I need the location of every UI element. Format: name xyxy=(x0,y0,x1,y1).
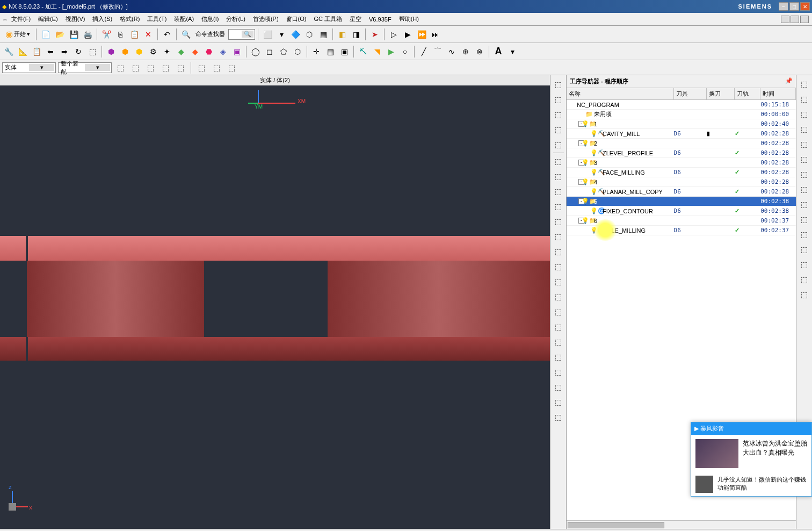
sel3-icon[interactable]: ⬚ xyxy=(144,61,157,74)
t1-icon[interactable]: 🔧 xyxy=(2,45,15,58)
t3-icon[interactable]: 📋 xyxy=(30,45,43,58)
col-change[interactable]: 换刀 xyxy=(707,88,735,99)
shade-icon[interactable]: 🔷 xyxy=(289,28,302,41)
rt5-icon[interactable]: ⬚ xyxy=(798,138,811,150)
menu-view[interactable]: 视图(V) xyxy=(62,14,89,24)
shape2-icon[interactable]: ◻ xyxy=(263,45,276,58)
arc-icon[interactable]: ⌒ xyxy=(431,45,444,58)
t6-icon[interactable]: ↻ xyxy=(72,45,85,58)
nav-row[interactable]: 💡⛏️PLANAR_MILL_COPYD6✓00:02:28 xyxy=(567,187,796,197)
nav-row[interactable]: 📁未用项00:00:00 xyxy=(567,110,796,119)
shape1-icon[interactable]: ◯ xyxy=(249,45,262,58)
vtb2-icon[interactable]: ⬚ xyxy=(552,92,565,106)
command-finder-input[interactable]: 🔍 xyxy=(228,29,255,40)
rt7-icon[interactable]: ⬚ xyxy=(798,168,811,181)
vtb16-icon[interactable]: ⬚ xyxy=(552,305,565,319)
ad-image[interactable] xyxy=(695,439,738,468)
geom7-icon[interactable]: ◆ xyxy=(189,45,201,58)
more-icon[interactable]: ▾ xyxy=(506,45,519,58)
col-path[interactable]: 刀轨 xyxy=(735,88,760,99)
geom2-icon[interactable]: ⬢ xyxy=(119,45,132,58)
close-button[interactable]: ✕ xyxy=(800,2,810,11)
op2-icon[interactable]: ▶ xyxy=(401,28,414,41)
nav-row[interactable]: -💡📁100:02:40 xyxy=(567,119,796,129)
copy-icon[interactable]: ⎘ xyxy=(114,28,127,41)
col-time[interactable]: 时间 xyxy=(760,88,796,99)
minimize-button[interactable]: − xyxy=(779,2,788,11)
t7-icon[interactable]: ⬚ xyxy=(86,45,99,58)
vtb19-icon[interactable]: ⬚ xyxy=(552,350,565,364)
menu-star[interactable]: 星空 xyxy=(346,14,365,24)
vtb4-icon[interactable]: ⬚ xyxy=(552,123,565,137)
start-button[interactable]: ◉ 开始 ▾ xyxy=(2,28,33,40)
menu-tools[interactable]: 工具(T) xyxy=(144,14,170,24)
geom5-icon[interactable]: ✦ xyxy=(161,45,173,58)
rt14-icon[interactable]: ⬚ xyxy=(798,273,811,286)
nav-row[interactable]: 💡⛏️ZLEVEL_PROFILED6✓00:02:28 xyxy=(567,148,796,158)
rt2-icon[interactable]: ⬚ xyxy=(798,92,811,105)
vtb23-icon[interactable]: ⬚ xyxy=(552,410,565,424)
maximize-button[interactable]: □ xyxy=(789,2,799,11)
nav-row[interactable]: 💡🔘HOLE_MILLINGD6✓00:02:37 xyxy=(567,226,796,235)
meas2-icon[interactable]: ⊗ xyxy=(473,45,486,58)
layer-icon[interactable]: ◧ xyxy=(336,28,349,41)
menu-insert[interactable]: 插入(S) xyxy=(89,14,115,24)
nav-row[interactable]: 💡⛏️FACE_MILLINGD6✓00:02:28 xyxy=(567,168,796,177)
sel6-icon[interactable]: ⬚ xyxy=(195,61,208,74)
mdi-close-button[interactable] xyxy=(800,16,809,23)
rt13-icon[interactable]: ⬚ xyxy=(798,258,811,271)
geom4-icon[interactable]: ⚙ xyxy=(147,45,160,58)
geom1-icon[interactable]: ⬢ xyxy=(105,45,118,58)
rt1-icon[interactable]: ⬚ xyxy=(798,77,811,90)
t5-icon[interactable]: ➡ xyxy=(58,45,71,58)
rt4-icon[interactable]: ⬚ xyxy=(798,123,811,135)
rt8-icon[interactable]: ⬚ xyxy=(798,183,811,196)
vtb13-icon[interactable]: ⬚ xyxy=(552,260,565,274)
ad-text[interactable]: 范冰冰曾为洪金宝堕胎大出血？真相曝光 xyxy=(743,439,807,468)
sel4-icon[interactable]: ⬚ xyxy=(159,61,172,74)
sel8-icon[interactable]: ⬚ xyxy=(225,61,238,74)
nav-row[interactable]: -💡📁400:02:28 xyxy=(567,177,796,187)
paste-icon[interactable]: 📋 xyxy=(128,28,141,41)
vtb8-icon[interactable]: ⬚ xyxy=(552,184,565,198)
print-icon[interactable]: 🖨️ xyxy=(81,28,94,41)
shape3-icon[interactable]: ⬠ xyxy=(277,45,290,58)
snap-icon[interactable]: ▣ xyxy=(338,45,351,58)
menu-format[interactable]: 格式(R) xyxy=(117,14,143,24)
rt10-icon[interactable]: ⬚ xyxy=(798,213,811,226)
geom3-icon[interactable]: ⬢ xyxy=(133,45,146,58)
sel1-icon[interactable]: ⬚ xyxy=(114,61,127,74)
grid-icon[interactable]: ▦ xyxy=(324,45,337,58)
vtb10-icon[interactable]: ⬚ xyxy=(552,214,565,228)
vtb11-icon[interactable]: ⬚ xyxy=(552,229,565,243)
wire-icon[interactable]: ⬡ xyxy=(303,28,316,41)
op3-icon[interactable]: ⏩ xyxy=(415,28,428,41)
mdi-min-button[interactable] xyxy=(781,16,789,23)
shape4-icon[interactable]: ⬡ xyxy=(291,45,304,58)
geom9-icon[interactable]: ◈ xyxy=(216,45,229,58)
nav-row[interactable]: -💡📁300:02:28 xyxy=(567,158,796,168)
csys-icon[interactable]: ✛ xyxy=(310,45,323,58)
sel7-icon[interactable]: ⬚ xyxy=(210,61,223,74)
nav-row[interactable]: -💡📁600:02:37 xyxy=(567,216,796,226)
mill4-icon[interactable]: ○ xyxy=(398,45,411,58)
rt3-icon[interactable]: ⬚ xyxy=(798,107,811,120)
menu-assembly[interactable]: 装配(A) xyxy=(171,14,197,24)
rt12-icon[interactable]: ⬚ xyxy=(798,243,811,256)
mill1-icon[interactable]: ⛏ xyxy=(357,45,369,58)
op1-icon[interactable]: ▷ xyxy=(387,28,400,41)
sel2-icon[interactable]: ⬚ xyxy=(129,61,142,74)
nav-row[interactable]: -💡📁500:02:38 xyxy=(567,197,796,206)
rt6-icon[interactable]: ⬚ xyxy=(798,153,811,166)
op4-icon[interactable]: ⏭ xyxy=(429,28,442,41)
vtb18-icon[interactable]: ⬚ xyxy=(552,335,565,349)
meas1-icon[interactable]: ⊕ xyxy=(459,45,472,58)
ad-footer-text[interactable]: 几乎没人知道！微信新的这个赚钱功能简直酷 xyxy=(717,476,807,493)
menu-help[interactable]: 帮助(H) xyxy=(396,14,422,24)
open-icon[interactable]: 📂 xyxy=(53,28,66,41)
menu-prefs[interactable]: 首选项(P) xyxy=(250,14,282,24)
vtb22-icon[interactable]: ⬚ xyxy=(552,395,565,409)
geom6-icon[interactable]: ◆ xyxy=(175,45,187,58)
cut-icon[interactable]: ✂️ xyxy=(100,28,113,41)
vtb7-icon[interactable]: ⬚ xyxy=(552,169,565,183)
